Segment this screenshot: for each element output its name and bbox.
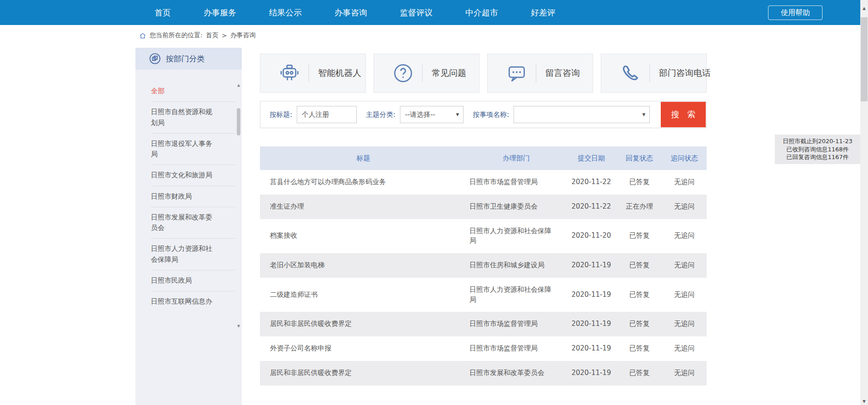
department-cell: 日照市市场监督管理局 [467, 312, 566, 336]
title-cell[interactable]: 居民和非居民供暖收费界定 [260, 361, 467, 385]
date-cell: 2020-11-19 [566, 253, 617, 278]
date-cell: 2020-11-22 [566, 195, 617, 219]
sidebar-scroll-thumb[interactable] [237, 108, 240, 135]
sidebar-item[interactable]: 日照市自然资源和规划局 [151, 102, 235, 134]
card-label: 部门咨询电话 [659, 67, 711, 79]
reply-status-cell: 已答复 [617, 312, 662, 336]
stats-line-1: 日照市截止到2020-11-23 [778, 137, 858, 145]
stats-line-2: 已收到咨询信息1168件 [778, 145, 858, 154]
card-label: 智能机器人 [318, 67, 361, 79]
nav-item-2[interactable]: 结果公示 [269, 7, 302, 18]
topic-filter-label: 主题分类: [366, 110, 395, 119]
help-button[interactable]: 使用帮助 [768, 5, 823, 20]
phone-icon [620, 63, 640, 83]
department-cell: 日照市发展和改革委员会 [467, 361, 566, 385]
question-icon [393, 63, 413, 83]
sidebar-header: 按部门分类 [135, 48, 242, 70]
message-icon [507, 63, 527, 83]
nav-item-6[interactable]: 好差评 [531, 7, 555, 18]
card-divider [422, 64, 423, 82]
table-body: 莒县什么地方可以办理商品条形码业务日照市市场监督管理局2020-11-22已答复… [260, 170, 707, 385]
table-row[interactable]: 档案接收日照市人力资源和社会保障局2020-11-20已答复无追问 [260, 219, 707, 254]
leave-message-card[interactable]: 留言咨询 [487, 54, 593, 93]
reply-status-cell: 已答复 [617, 253, 662, 278]
table-row[interactable]: 二级建造师证书日照市人力资源和社会保障局2020-11-19已答复无追问 [260, 278, 707, 312]
scroll-up-icon[interactable]: ▲ [236, 83, 241, 88]
scroll-up-icon[interactable]: ▲ [860, 5, 868, 12]
table-row[interactable]: 居民和非居民供暖收费界定日照市市场监督管理局2020-11-19已答复无追问 [260, 312, 707, 336]
sidebar-item[interactable]: 日照市财政局 [151, 186, 235, 207]
nav-item-3[interactable]: 办事咨询 [334, 7, 367, 18]
faq-card[interactable]: 常见问题 [374, 54, 479, 93]
sidebar-item[interactable]: 日照市互联网信息办 [151, 291, 235, 312]
page-scroll-thumb[interactable] [861, 17, 868, 101]
scroll-down-icon[interactable]: ▼ [236, 324, 241, 329]
department-cell: 日照市市场监督管理局 [467, 170, 566, 195]
department-phone-card[interactable]: 部门咨询电话 [601, 54, 707, 93]
category-icon [149, 53, 161, 65]
stats-line-3: 已回复咨询信息1167件 [778, 153, 858, 161]
sidebar-item-label: 日照市人力资源和社会保障局 [151, 244, 217, 265]
column-header: 提交日期 [566, 146, 617, 170]
followup-status-cell: 无追问 [662, 219, 707, 254]
title-cell[interactable]: 准生证办理 [260, 195, 467, 219]
sidebar-scrollbar[interactable]: ▲ ▼ [236, 83, 241, 329]
reply-status-cell: 已答复 [617, 278, 662, 312]
card-divider [309, 64, 309, 82]
page-scrollbar[interactable]: ▲ ▼ [860, 0, 868, 405]
smart-robot-card[interactable]: 智能机器人 [260, 54, 366, 93]
sidebar-item-label: 日照市自然资源和规划局 [151, 107, 217, 128]
reply-status-cell: 已答复 [617, 336, 662, 361]
table-row[interactable]: 莒县什么地方可以办理商品条形码业务日照市市场监督管理局2020-11-22已答复… [260, 170, 707, 195]
title-search-input[interactable] [297, 106, 357, 123]
title-cell[interactable]: 莒县什么地方可以办理商品条形码业务 [260, 170, 467, 195]
card-divider [536, 64, 536, 82]
title-cell[interactable]: 二级建造师证书 [260, 278, 467, 312]
topic-select[interactable]: --请选择-- ▼ [400, 106, 464, 123]
breadcrumb-current: 办事咨询 [230, 31, 255, 40]
scroll-down-icon[interactable]: ▼ [860, 398, 868, 405]
sidebar-item[interactable]: 日照市文化和旅游局 [151, 165, 235, 186]
main-content: 智能机器人 常见问题 留言咨询 部门咨询电话 [260, 54, 707, 385]
date-cell: 2020-11-22 [566, 170, 617, 195]
sidebar-item[interactable]: 日照市人力资源和社会保障局 [151, 239, 235, 270]
nav-item-1[interactable]: 办事服务 [204, 7, 236, 18]
sidebar-item[interactable]: 日照市发展和改革委员会 [151, 207, 235, 239]
reply-status-cell: 已答复 [617, 170, 662, 195]
breadcrumb: 您当前所在的位置: 首页 > 办事咨询 [139, 30, 255, 41]
breadcrumb-home-link[interactable]: 首页 [206, 31, 219, 40]
followup-status-cell: 无追问 [662, 361, 707, 385]
search-button[interactable]: 搜 索 [661, 102, 706, 127]
consultation-stats-box: 日照市截止到2020-11-23 已收到咨询信息1168件 已回复咨询信息116… [775, 135, 860, 164]
sidebar-item[interactable]: 日照市退役军人事务局 [151, 134, 235, 165]
quick-link-cards: 智能机器人 常见问题 留言咨询 部门咨询电话 [260, 54, 707, 93]
followup-status-cell: 无追问 [662, 278, 707, 312]
sidebar-item-label: 日照市退役军人事务局 [151, 139, 217, 160]
consultation-table: 标题办理部门提交日期回复状态追问状态 莒县什么地方可以办理商品条形码业务日照市市… [260, 146, 707, 385]
search-bar: 按标题: 主题分类: --请选择-- ▼ 按事项名称: ▼ 搜 索 [260, 101, 707, 128]
nav-item-5[interactable]: 中介超市 [465, 7, 498, 18]
followup-status-cell: 无追问 [662, 170, 707, 195]
followup-status-cell: 无追问 [662, 195, 707, 219]
department-sidebar: 按部门分类 全部日照市自然资源和规划局日照市退役军人事务局日照市文化和旅游局日照… [135, 48, 242, 405]
table-row[interactable]: 外资子公司名称申报日照市市场监督管理局2020-11-19已答复无追问 [260, 336, 707, 361]
table-row[interactable]: 准生证办理日照市卫生健康委员会2020-11-22正在办理无追问 [260, 195, 707, 219]
title-cell[interactable]: 档案接收 [260, 219, 467, 254]
date-cell: 2020-11-19 [566, 336, 617, 361]
table-row[interactable]: 居民和非居民供暖收费界定日照市发展和改革委员会2020-11-19已答复无追问 [260, 361, 707, 385]
sidebar-item-label: 全部 [151, 86, 217, 96]
title-cell[interactable]: 外资子公司名称申报 [260, 336, 467, 361]
nav-item-4[interactable]: 监督评议 [400, 7, 433, 18]
item-name-select[interactable]: ▼ [514, 106, 650, 123]
department-cell: 日照市卫生健康委员会 [467, 195, 566, 219]
title-cell[interactable]: 居民和非居民供暖收费界定 [260, 312, 467, 336]
reply-status-cell: 已答复 [617, 361, 662, 385]
column-header: 回复状态 [617, 146, 662, 170]
nav-item-0[interactable]: 首页 [155, 7, 171, 18]
sidebar-item-label: 日照市民政局 [151, 275, 217, 286]
reply-status-cell: 已答复 [617, 219, 662, 254]
table-row[interactable]: 老旧小区加装电梯日照市住房和城乡建设局2020-11-19已答复无追问 [260, 253, 707, 278]
sidebar-item[interactable]: 全部 [151, 81, 235, 102]
title-cell[interactable]: 老旧小区加装电梯 [260, 253, 467, 278]
sidebar-item[interactable]: 日照市民政局 [151, 270, 235, 291]
